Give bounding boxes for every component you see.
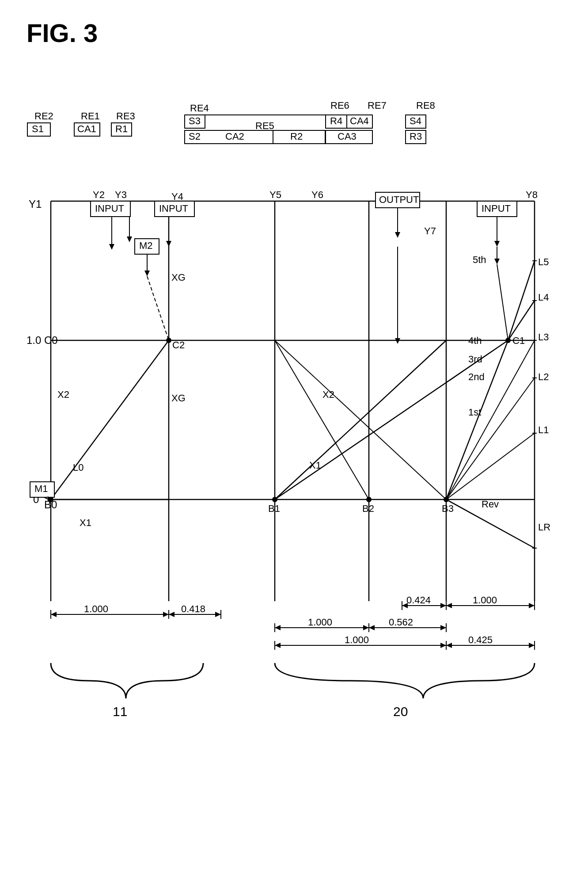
ca2-text: CA2 bbox=[225, 131, 244, 142]
input-label-left: INPUT bbox=[95, 203, 124, 214]
r1-text: R1 bbox=[115, 123, 128, 134]
x2-right-line bbox=[275, 340, 508, 499]
y6-label: Y6 bbox=[311, 189, 323, 200]
m2-arrowhead bbox=[144, 271, 150, 276]
ca4-text: CA4 bbox=[350, 115, 369, 126]
re6-label: RE6 bbox=[330, 100, 349, 111]
l5-label: L5 bbox=[538, 256, 549, 267]
meas-r1-arrowl bbox=[275, 625, 281, 630]
xg-lower-label: XG bbox=[171, 393, 186, 404]
r4-text: R4 bbox=[330, 115, 342, 126]
2nd-label: 2nd bbox=[468, 371, 485, 382]
x2-left-label: X2 bbox=[57, 389, 69, 400]
meas-1000-small-arrowr bbox=[529, 603, 535, 608]
xg-upper-label: XG bbox=[171, 272, 186, 283]
c1-dot bbox=[505, 338, 511, 343]
y8-label: Y8 bbox=[526, 189, 538, 200]
brace-left bbox=[51, 663, 203, 698]
lr-label: LR bbox=[538, 522, 550, 533]
re3-label: RE3 bbox=[116, 111, 135, 122]
xg-dot bbox=[166, 338, 171, 343]
input-label-right: INPUT bbox=[482, 203, 511, 214]
b1-dot bbox=[272, 497, 277, 502]
ca3-text: CA3 bbox=[338, 131, 357, 142]
s1-text: S1 bbox=[32, 123, 44, 134]
right-input-down-arrowhead bbox=[494, 259, 500, 264]
group-11-label: 11 bbox=[113, 704, 127, 719]
l5-line bbox=[508, 261, 535, 340]
output-arrowhead bbox=[395, 232, 400, 238]
meas-r2-arrowr bbox=[440, 643, 446, 648]
dashed-line-1 bbox=[147, 276, 169, 340]
r2-text: R2 bbox=[290, 131, 303, 142]
l3-label: L3 bbox=[538, 332, 549, 343]
page-container: FIG. 3 RE2 S1 RE1 CA1 RE3 R1 RE4 S3 S2 R… bbox=[0, 0, 588, 873]
y3-label: Y3 bbox=[115, 189, 127, 200]
m2-text: M2 bbox=[139, 240, 153, 251]
meas-0425: 0.425 bbox=[468, 634, 493, 645]
c2-label: C2 bbox=[172, 339, 185, 351]
lo-label: L0 bbox=[73, 462, 83, 473]
meas-1000-small: 1.000 bbox=[473, 595, 497, 606]
x1-label-left: X1 bbox=[80, 517, 91, 528]
m1-text: M1 bbox=[34, 483, 48, 494]
s3-text: S3 bbox=[189, 115, 201, 126]
group-20-label: 20 bbox=[393, 704, 408, 719]
1st-label: 1st bbox=[468, 407, 481, 418]
meas-arrow-l1 bbox=[51, 612, 57, 617]
output-down-arrowhead bbox=[395, 338, 400, 344]
rev-label: Rev bbox=[482, 499, 499, 510]
input-arrowhead-left bbox=[127, 236, 132, 242]
meas-0562: 0.562 bbox=[389, 617, 413, 628]
y5-label: Y5 bbox=[269, 189, 281, 200]
meas-0424: 0.424 bbox=[406, 595, 431, 606]
l2-label: L2 bbox=[538, 371, 549, 382]
cross-b1-b2 bbox=[275, 340, 369, 499]
b0-dot bbox=[48, 497, 53, 502]
brace-right bbox=[275, 663, 535, 698]
y1-label: Y1 bbox=[29, 198, 42, 210]
meas-arrow-r1 bbox=[163, 612, 169, 617]
meas-0425-arrowl bbox=[446, 643, 452, 648]
meas-1000-r2: 1.000 bbox=[345, 634, 369, 645]
r3-text: R3 bbox=[410, 131, 422, 142]
s4-text: S4 bbox=[410, 115, 421, 126]
5th-label: 5th bbox=[473, 254, 486, 265]
meas-r2-arrowl bbox=[275, 643, 281, 648]
meas-1000-small-arrowl bbox=[446, 603, 452, 608]
x2-line-left bbox=[51, 340, 169, 499]
y2-arrowhead bbox=[109, 244, 114, 250]
re1-label: RE1 bbox=[81, 111, 100, 122]
b2-label: B2 bbox=[362, 503, 374, 514]
y4-arrowhead bbox=[166, 241, 171, 247]
l4-label: L4 bbox=[538, 292, 549, 303]
right-input-arrowhead bbox=[494, 241, 500, 247]
meas-arrow-l2 bbox=[169, 612, 175, 617]
xg-top-label: Y4 bbox=[171, 191, 183, 202]
b3-dot bbox=[444, 497, 449, 502]
right-input-to-c1 bbox=[497, 264, 508, 340]
meas-0424-arrowr bbox=[440, 603, 446, 608]
meas-0425-arrowr bbox=[529, 643, 535, 648]
b3-label: B3 bbox=[442, 503, 454, 514]
y2-label: Y2 bbox=[93, 189, 105, 200]
output-text: OUTPUT bbox=[379, 194, 419, 205]
l2-line bbox=[446, 378, 535, 499]
l3-line bbox=[446, 340, 535, 499]
b1-label: B1 bbox=[268, 503, 280, 514]
meas-1000-r1: 1.000 bbox=[308, 617, 332, 628]
meas-0562-arrowl bbox=[369, 625, 375, 630]
input-label-y4: INPUT bbox=[159, 203, 188, 214]
l4-line bbox=[508, 301, 535, 340]
c1-label: C1 bbox=[512, 335, 525, 346]
fig-title: FIG. 3 bbox=[27, 19, 98, 47]
ca1-text: CA1 bbox=[77, 123, 96, 134]
re8-label: RE8 bbox=[416, 100, 435, 111]
y7-label: Y7 bbox=[424, 225, 436, 236]
re5-label: RE5 bbox=[255, 120, 274, 131]
c0-value: 1.0 C0 bbox=[27, 334, 58, 346]
meas-0562-arrowr bbox=[440, 625, 446, 630]
diagram-svg: FIG. 3 RE2 S1 RE1 CA1 RE3 R1 RE4 S3 S2 R… bbox=[0, 0, 588, 873]
meas-arrow-r2 bbox=[215, 612, 221, 617]
meas-0418: 0.418 bbox=[181, 603, 205, 614]
